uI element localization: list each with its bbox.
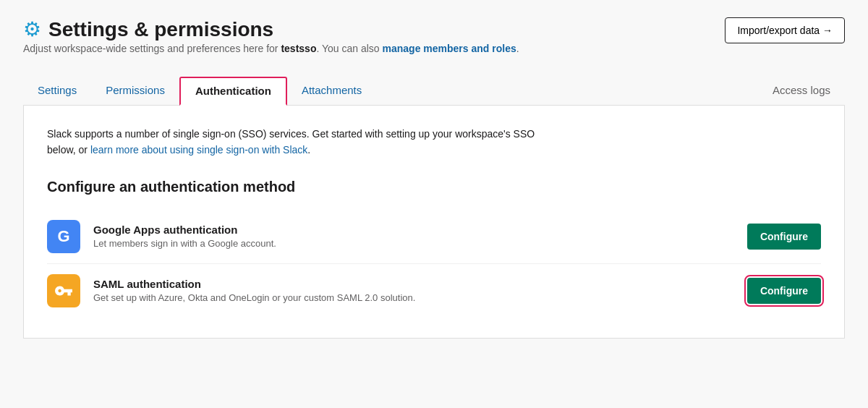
tab-authentication[interactable]: Authentication xyxy=(179,77,287,106)
import-export-button[interactable]: Import/export data → xyxy=(725,17,845,43)
saml-key-icon xyxy=(54,281,73,300)
section-title: Configure an authentication method xyxy=(47,179,821,195)
tab-spacer xyxy=(376,77,758,105)
subtitle-text: Adjust workspace-wide settings and prefe… xyxy=(23,43,281,54)
auth-item-saml: SAML authentication Get set up with Azur… xyxy=(47,264,821,318)
tab-access-logs[interactable]: Access logs xyxy=(758,77,845,106)
subtitle-suffix: . You can also xyxy=(316,43,382,54)
page-title-row: ⚙ Settings & permissions xyxy=(23,17,519,41)
title-section: ⚙ Settings & permissions Adjust workspac… xyxy=(23,17,519,71)
page-title: Settings & permissions xyxy=(48,18,273,41)
saml-auth-info: SAML authentication Get set up with Azur… xyxy=(93,278,734,303)
intro-text: Slack supports a number of single sign-o… xyxy=(47,126,553,158)
saml-configure-button[interactable]: Configure xyxy=(747,278,821,304)
tab-settings[interactable]: Settings xyxy=(23,77,91,106)
google-icon: G xyxy=(47,220,80,253)
auth-item-google: G Google Apps authentication Let members… xyxy=(47,210,821,264)
google-auth-desc: Let members sign in with a Google accoun… xyxy=(93,238,734,249)
saml-auth-desc: Get set up with Azure, Okta and OneLogin… xyxy=(93,292,734,303)
google-icon-label: G xyxy=(57,227,69,246)
saml-auth-name: SAML authentication xyxy=(93,278,734,290)
google-configure-button[interactable]: Configure xyxy=(747,224,821,250)
workspace-name: testsso xyxy=(281,43,316,54)
manage-members-link[interactable]: manage members and roles xyxy=(383,43,516,54)
intro-suffix: . xyxy=(307,144,310,156)
subtitle-end: . xyxy=(516,43,519,54)
auth-methods-list: G Google Apps authentication Let members… xyxy=(47,210,821,318)
gear-icon: ⚙ xyxy=(23,17,41,41)
google-auth-info: Google Apps authentication Let members s… xyxy=(93,224,734,249)
content-panel: Slack supports a number of single sign-o… xyxy=(23,106,845,339)
google-auth-name: Google Apps authentication xyxy=(93,224,734,236)
subtitle: Adjust workspace-wide settings and prefe… xyxy=(23,41,519,56)
saml-icon xyxy=(47,274,80,307)
sso-learn-more-link[interactable]: learn more about using single sign-on wi… xyxy=(90,144,307,156)
tabs-nav: Settings Permissions Authentication Atta… xyxy=(23,77,845,106)
page-header: ⚙ Settings & permissions Adjust workspac… xyxy=(23,17,845,71)
page-wrapper: ⚙ Settings & permissions Adjust workspac… xyxy=(0,0,868,408)
tab-permissions[interactable]: Permissions xyxy=(91,77,179,106)
tab-attachments[interactable]: Attachments xyxy=(287,77,376,106)
